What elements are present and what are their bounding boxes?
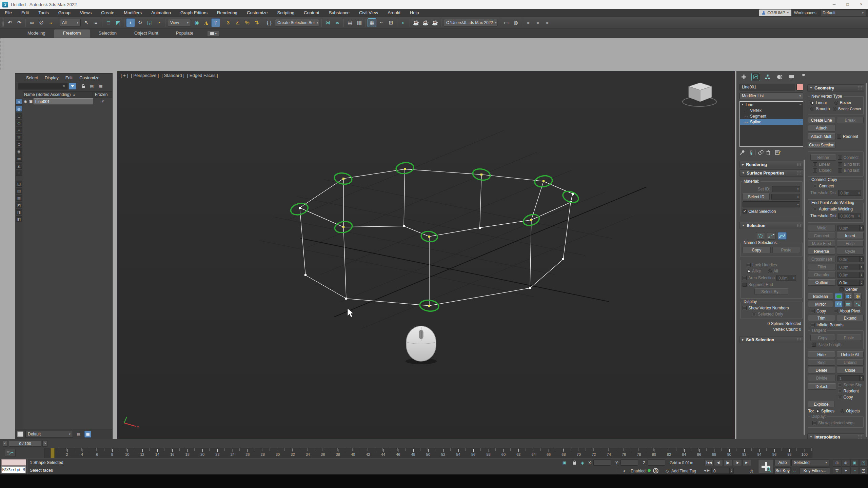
hide-button[interactable]: Hide xyxy=(808,351,835,358)
same-shp-checkbox[interactable]: Same Shp xyxy=(838,383,864,387)
mini-curve-editor-icon[interactable] xyxy=(5,449,16,457)
tab-freeform[interactable]: Freeform xyxy=(54,29,90,38)
modifier-list-dropdown[interactable]: Modifier List▾ xyxy=(739,93,803,99)
object-color-swatch[interactable] xyxy=(796,84,803,90)
auto-key-button[interactable]: Auto Key xyxy=(774,459,791,466)
connect-copy-checkbox[interactable]: Connect xyxy=(813,184,861,188)
modify-tab-icon[interactable] xyxy=(751,73,760,81)
boolean-intersect-icon[interactable] xyxy=(854,293,862,300)
display-filter-icon-6[interactable]: ▽ xyxy=(16,134,22,140)
insert-button[interactable]: Insert xyxy=(837,232,864,239)
selection-filter-dropdown[interactable]: All▾ xyxy=(60,19,81,26)
fuse-button[interactable]: Fuse xyxy=(837,240,864,247)
left-column-scrollbar[interactable] xyxy=(804,160,805,435)
menu-tools[interactable]: Tools xyxy=(34,9,53,17)
toolbar-dock-handle[interactable] xyxy=(0,38,3,71)
close-icon[interactable]: × xyxy=(854,0,868,9)
x-coordinate-field[interactable] xyxy=(593,460,611,466)
menu-views[interactable]: Views xyxy=(75,9,96,17)
current-frame-marker[interactable] xyxy=(51,448,55,458)
display-filter-icon-8[interactable]: ◉ xyxy=(16,148,22,155)
unhide-all-button[interactable]: Unhide All xyxy=(837,351,864,358)
boolean-button[interactable]: Boolean xyxy=(808,293,833,300)
reverse-button[interactable]: Reverse xyxy=(808,248,835,255)
segment-end-checkbox[interactable]: Segment End xyxy=(743,282,800,287)
automatic-welding-checkbox[interactable]: Automatic Welding xyxy=(813,207,861,211)
detach-reorient-checkbox[interactable]: Reorient xyxy=(838,389,864,393)
create-line-button[interactable]: Create Line xyxy=(808,117,835,123)
animation-shield-icon[interactable]: ◐ xyxy=(621,468,628,474)
mirror-both-icon[interactable] xyxy=(854,301,862,307)
mirror-icon[interactable]: ⋈ xyxy=(323,18,332,27)
selected-only-checkbox[interactable]: Selected Only xyxy=(752,312,800,317)
all-radio[interactable]: All xyxy=(768,269,778,273)
boolean-subtract-icon[interactable] xyxy=(844,293,852,300)
layer-color-swatch[interactable] xyxy=(17,431,23,437)
maxscript-mini-listener[interactable]: MAXScript Mi xyxy=(1,466,26,473)
spinner-snap-toggle-icon[interactable]: ⇅ xyxy=(252,18,261,27)
menu-civil-view[interactable]: Civil View xyxy=(354,9,383,17)
infinite-bounds-checkbox[interactable]: Infinite Bounds xyxy=(811,323,864,327)
area-selection-spinner[interactable]: 0.0m▲▼ xyxy=(776,275,796,281)
divide-spinner[interactable]: 1▲▼ xyxy=(837,375,864,381)
menu-content[interactable]: Content xyxy=(299,9,324,17)
bind-button[interactable]: Bind xyxy=(808,359,835,366)
connect-checkbox[interactable]: Connect xyxy=(838,155,862,160)
menu-arnold[interactable]: Arnold xyxy=(383,9,405,17)
linear-checkbox[interactable]: Linear xyxy=(813,162,836,167)
utilities-tab-icon[interactable] xyxy=(799,73,808,81)
zoom-all-icon[interactable]: ⊚ xyxy=(842,459,850,467)
select-object-icon[interactable]: ↖ xyxy=(82,18,91,27)
undo-icon[interactable]: ↶ xyxy=(5,18,14,27)
align-icon[interactable]: ≍ xyxy=(333,18,342,27)
menu-modifiers[interactable]: Modifiers xyxy=(119,9,146,17)
select-by-name-icon[interactable]: ≡ xyxy=(92,18,100,27)
trim-button[interactable]: Trim xyxy=(808,315,835,321)
object-name[interactable]: Line001 xyxy=(34,98,93,104)
tangent-copy-button[interactable]: Copy xyxy=(810,334,835,341)
render-production-icon[interactable]: ☕ xyxy=(431,18,439,27)
key-selection-dropdown[interactable]: Selected▾ xyxy=(791,459,829,466)
set-id-spinner[interactable]: ▲▼ xyxy=(772,186,801,192)
unlink-selection-icon[interactable]: ∅ xyxy=(37,18,46,27)
display-filter-icon-11[interactable]: ◌ xyxy=(16,170,22,176)
stack-item-segment[interactable]: Segment xyxy=(740,113,803,119)
menu-group[interactable]: Group xyxy=(54,9,75,17)
set-key-button[interactable]: Set Key xyxy=(774,467,791,474)
clear-search-icon[interactable]: × xyxy=(63,84,67,88)
bind-to-space-warp-icon[interactable]: ≈ xyxy=(46,18,55,27)
schematic-view-icon[interactable]: ⊞ xyxy=(387,18,395,27)
close-button[interactable]: Close xyxy=(837,367,864,373)
table-row[interactable]: ◉ ▣ Line001 ✳ xyxy=(23,98,112,105)
expand-hierarchy-icon[interactable]: ▤ xyxy=(88,83,96,89)
rollout-interpolation[interactable]: ▼Interpolation xyxy=(807,433,864,439)
display-filter-icon-7[interactable]: ⊙ xyxy=(16,141,22,147)
make-first-button[interactable]: Make First xyxy=(808,240,835,247)
menu-customize[interactable]: Customize xyxy=(242,9,272,17)
select-and-link-icon[interactable]: ∞ xyxy=(27,18,36,27)
named-selection-paste-button[interactable]: Paste xyxy=(772,247,801,253)
material-editor-icon[interactable]: ◐ xyxy=(399,18,408,27)
previous-key-icon[interactable]: ◀ xyxy=(704,469,706,472)
collapse-hierarchy-icon[interactable]: ▦ xyxy=(97,83,104,89)
workspace-dropdown[interactable]: Default ▾ xyxy=(820,9,866,16)
select-and-scale-icon[interactable]: ◲ xyxy=(145,18,154,27)
hierarchy-tab-icon[interactable] xyxy=(763,73,772,81)
viewport-menu-shading[interactable]: [ Standard ] xyxy=(161,73,184,78)
explorer-menu-edit[interactable]: Edit xyxy=(63,75,76,81)
display-filter-icon-2[interactable]: ◍ xyxy=(16,106,22,112)
next-frame-button[interactable]: > xyxy=(42,440,47,447)
unbind-button[interactable]: Unbind xyxy=(837,359,864,366)
make-unique-icon[interactable] xyxy=(758,150,764,155)
fillet-button[interactable]: Fillet xyxy=(808,264,836,270)
account-dropdown[interactable]: CGBUMP ▾ xyxy=(759,9,791,16)
attach-button[interactable]: Attach xyxy=(808,125,835,131)
previous-frame-button[interactable]: < xyxy=(3,440,8,447)
motion-tab-icon[interactable] xyxy=(775,73,784,81)
active-layer-dropdown[interactable]: Default ▾ xyxy=(25,431,73,438)
chamfer-button[interactable]: Chamfer xyxy=(808,271,836,278)
mirror-button[interactable]: Mirror xyxy=(808,301,833,307)
display-filter-icon-b6[interactable]: ◧ xyxy=(16,216,22,222)
preview-sphere-1-icon[interactable]: ● xyxy=(524,18,533,27)
angle-snap-toggle-icon[interactable]: ∠ xyxy=(233,18,242,27)
